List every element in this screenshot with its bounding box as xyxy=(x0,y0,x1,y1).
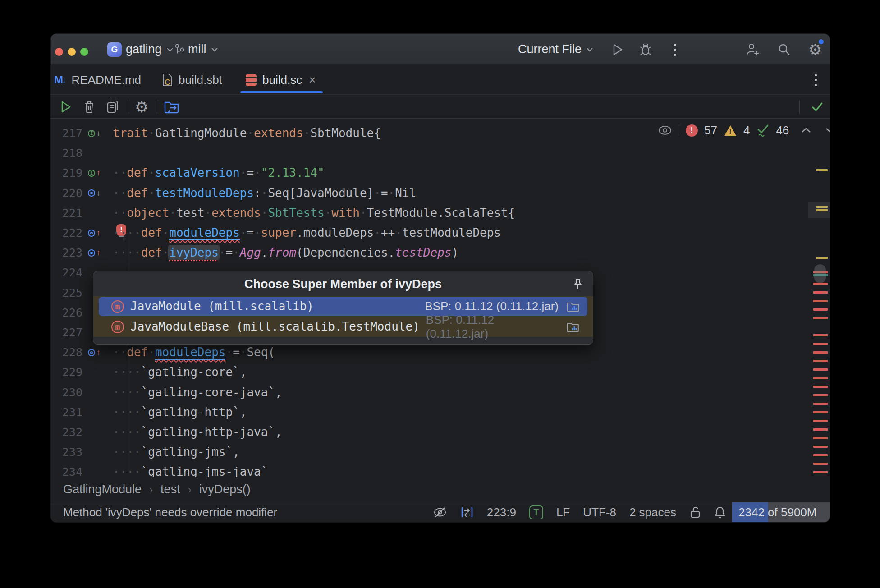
highlighting-eye-icon[interactable] xyxy=(657,125,673,136)
stripe-mark-error[interactable] xyxy=(813,343,828,345)
line-number[interactable]: 226 xyxy=(58,303,82,323)
line-number[interactable]: 221 xyxy=(58,203,82,223)
run-configuration-selector[interactable]: Current File xyxy=(518,34,593,65)
code-line[interactable]: 234····`gatling-jms-java` xyxy=(51,462,808,477)
highlighting-off-eye-icon[interactable] xyxy=(433,506,447,519)
commit-check-icon[interactable] xyxy=(810,95,825,119)
stripe-mark-error[interactable] xyxy=(813,300,828,302)
line-number[interactable]: 222 xyxy=(58,223,82,243)
code-line[interactable]: 233····`gatling-jms`, xyxy=(51,442,808,462)
implemented-gutter-icon[interactable]: ↓ xyxy=(88,183,101,203)
stripe-mark-error[interactable] xyxy=(813,446,828,448)
delete-icon[interactable] xyxy=(82,95,96,119)
caret-position[interactable]: 223:9 xyxy=(487,505,516,519)
stripe-mark-error[interactable] xyxy=(813,403,828,405)
stripe-mark-error[interactable] xyxy=(813,377,828,379)
notifications-bell-icon[interactable] xyxy=(714,505,726,519)
stripe-mark-error[interactable] xyxy=(813,437,828,439)
line-separator-indicator[interactable]: LF xyxy=(556,505,570,519)
line-number[interactable]: 219 xyxy=(58,163,82,183)
overrides-gutter-icon[interactable]: ↑ xyxy=(88,243,101,263)
type-annotation-badge[interactable]: T xyxy=(529,505,543,519)
stripe-mark-warning[interactable] xyxy=(816,257,828,259)
stripe-mark-error[interactable] xyxy=(813,386,828,388)
code-line[interactable]: 219I↑··def·scalaVersion·=·"2.13.14" xyxy=(51,163,808,183)
run-button[interactable] xyxy=(611,34,624,65)
indent-indicator[interactable]: 2 spaces xyxy=(629,505,676,519)
line-number[interactable]: 232 xyxy=(58,422,82,442)
stripe-mark-error[interactable] xyxy=(813,428,828,431)
window-zoom-button[interactable] xyxy=(80,48,88,56)
stripe-mark-error[interactable] xyxy=(813,471,828,473)
code-line[interactable]: 231····`gatling-http`, xyxy=(51,402,808,423)
memory-indicator[interactable]: 2342 of 5900M xyxy=(732,502,830,522)
overrides-gutter-icon[interactable]: I↑ xyxy=(88,163,101,183)
line-number[interactable]: 218 xyxy=(58,143,82,163)
line-number[interactable]: 220 xyxy=(58,183,82,203)
stripe-mark-error[interactable] xyxy=(813,420,828,422)
breadcrumb-item[interactable]: ivyDeps() xyxy=(199,482,251,496)
line-number[interactable]: 234 xyxy=(58,462,82,477)
code-line[interactable]: 221··object·test·extends·SbtTests·with·T… xyxy=(51,203,808,223)
code-line[interactable]: 232····`gatling-http-java`, xyxy=(51,422,808,442)
select-in-project-view-icon[interactable] xyxy=(164,95,181,119)
line-number[interactable]: 225 xyxy=(58,283,82,303)
stripe-mark-error[interactable] xyxy=(813,454,828,456)
code-line[interactable]: 229····`gatling-core`, xyxy=(51,362,808,382)
line-number[interactable]: 233 xyxy=(58,442,82,462)
code-line[interactable]: 230····`gatling-core-java`, xyxy=(51,382,808,403)
error-count[interactable]: 57 xyxy=(704,124,717,138)
encoding-indicator[interactable]: UTF-8 xyxy=(583,505,616,519)
line-number[interactable]: 228 xyxy=(58,342,82,363)
scrollbar-thumb[interactable] xyxy=(814,264,826,283)
line-number[interactable]: 230 xyxy=(58,382,82,403)
settings-gear-icon[interactable]: ⚙ xyxy=(808,34,822,65)
branch-selector[interactable]: mill xyxy=(188,34,218,65)
warning-count[interactable]: 4 xyxy=(743,124,750,138)
code-line[interactable]: 222↑!····def·moduleDeps·=·super.moduleDe… xyxy=(51,223,808,243)
pin-icon[interactable] xyxy=(572,278,584,290)
code-line[interactable]: 218 xyxy=(51,143,808,163)
add-user-icon[interactable] xyxy=(745,34,761,65)
stripe-mark-error[interactable] xyxy=(813,394,828,396)
copy-icon[interactable] xyxy=(105,95,119,119)
tab-list-menu[interactable] xyxy=(815,74,817,86)
code-line[interactable]: 228↑··def·moduleDeps·=·Seq( xyxy=(51,342,808,363)
close-tab-icon[interactable]: × xyxy=(309,73,316,87)
unlock-icon[interactable] xyxy=(689,505,701,519)
code-line[interactable]: 220↓··def·testModuleDeps:·Seq[JavaModule… xyxy=(51,183,808,203)
stripe-mark-warning[interactable] xyxy=(816,169,828,171)
code-line[interactable]: 223↑····def·ivyDeps·=·Agg.from(Dependenc… xyxy=(51,243,808,263)
error-stripe[interactable] xyxy=(808,119,830,477)
overrides-gutter-icon[interactable]: ↑ xyxy=(88,342,101,363)
passed-count[interactable]: 46 xyxy=(776,124,789,138)
stripe-mark-error[interactable] xyxy=(813,334,828,336)
breadcrumb-item[interactable]: test xyxy=(160,482,180,496)
line-number[interactable]: 223 xyxy=(58,243,82,263)
window-minimize-button[interactable] xyxy=(68,48,76,56)
search-icon[interactable] xyxy=(777,34,791,65)
stripe-mark-error[interactable] xyxy=(813,368,828,371)
line-number[interactable]: 227 xyxy=(58,322,82,343)
implemented-gutter-icon[interactable]: I↓ xyxy=(88,123,101,143)
stripe-mark-error[interactable] xyxy=(813,351,828,354)
line-number[interactable]: 224 xyxy=(58,262,82,283)
stripe-mark-error[interactable] xyxy=(813,411,828,413)
debug-icon[interactable] xyxy=(638,34,653,65)
run-file-button[interactable] xyxy=(59,95,73,119)
inspections-widget[interactable]: ! 57 ! 4 46 xyxy=(657,122,830,138)
stripe-mark-error[interactable] xyxy=(813,360,828,362)
popup-item[interactable]: mJavaModuleBase (mill.scalalib.TestModul… xyxy=(93,317,593,337)
stripe-mark-error[interactable] xyxy=(813,308,828,311)
tab-readme-md[interactable]: M↓ README.md xyxy=(54,65,141,95)
stripe-mark-error[interactable] xyxy=(813,463,828,465)
tab-build-sbt[interactable]: build.sbt xyxy=(161,65,222,95)
run-settings-gear-icon[interactable]: ⚙ xyxy=(135,95,148,119)
window-close-button[interactable] xyxy=(55,48,63,56)
column-selection-icon[interactable] xyxy=(460,505,474,519)
breadcrumb-item[interactable]: GatlingModule xyxy=(63,482,142,496)
overrides-gutter-icon[interactable]: ↑ xyxy=(88,223,101,243)
line-number[interactable]: 231 xyxy=(58,402,82,423)
line-number[interactable]: 217 xyxy=(58,123,82,143)
project-selector[interactable]: gatling xyxy=(126,34,174,65)
